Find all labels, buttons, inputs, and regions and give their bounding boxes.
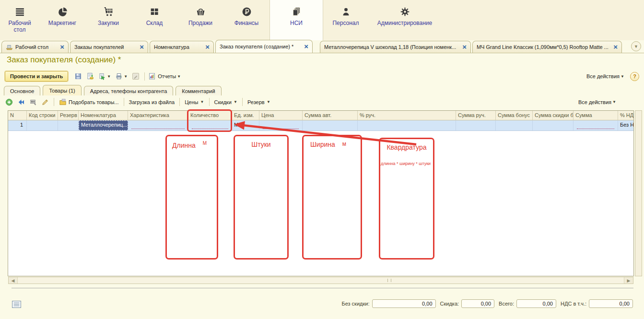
- window-tab-nomenclature[interactable]: Номенклатура×: [150, 41, 214, 53]
- prices-button[interactable]: Цены ▼: [185, 99, 204, 105]
- barcode-scanner-icon[interactable]: [29, 98, 37, 106]
- cell-line-code[interactable]: [27, 120, 58, 130]
- tab-close-icon[interactable]: ×: [205, 44, 210, 50]
- tab-overflow-icon[interactable]: ▼: [631, 41, 641, 51]
- cell-sum-manual[interactable]: [456, 120, 496, 130]
- window-tab-item-card-2[interactable]: МЧ Grand Line Классик (1,090мм*0,5) Roof…: [472, 41, 622, 53]
- column-header-11[interactable]: Сумма руч.: [456, 111, 496, 120]
- annotation-box-4: Квардратурадлинна * ширину * штуки: [379, 138, 434, 260]
- cell-quantity[interactable]: [188, 120, 232, 130]
- scroll-right-icon[interactable]: ▶: [624, 277, 633, 284]
- cell-price[interactable]: [259, 120, 303, 130]
- cell-sum-bonus[interactable]: [496, 120, 533, 130]
- post-document-icon[interactable]: [86, 72, 94, 81]
- column-header-10[interactable]: % руч.: [358, 111, 456, 120]
- tab-close-icon[interactable]: ×: [304, 44, 308, 49]
- copy-icon[interactable]: [98, 72, 106, 81]
- nav-section-nsi[interactable]: НСИ: [269, 0, 323, 40]
- nav-section-finance[interactable]: Финансы: [223, 0, 269, 40]
- column-header-12[interactable]: Сумма бонус: [496, 111, 533, 120]
- add-row-icon[interactable]: [5, 98, 13, 106]
- column-header-15[interactable]: % НДС: [618, 111, 634, 120]
- all-actions-button[interactable]: Все действия: [586, 73, 620, 79]
- form-tab-main[interactable]: Основное: [4, 86, 40, 95]
- scroll-left-icon[interactable]: ◀: [9, 277, 17, 284]
- column-header-8[interactable]: Цена: [259, 111, 303, 120]
- table-all-actions-button[interactable]: Все действия: [578, 99, 611, 105]
- column-header-13[interactable]: Сумма скидки б...: [533, 111, 574, 120]
- tab-close-icon[interactable]: ×: [462, 44, 467, 50]
- cell-sum-discount[interactable]: [533, 120, 574, 130]
- nav-section-desktop[interactable]: Рабочий стол: [0, 0, 39, 40]
- nav-section-label: Финансы: [234, 20, 258, 26]
- form-tab-addresses[interactable]: Адреса, телефоны контрагента: [84, 86, 174, 95]
- cell-unit[interactable]: М: [232, 120, 259, 130]
- copy-dropdown-icon[interactable]: ▼: [107, 74, 111, 79]
- column-header-2[interactable]: Код строки: [27, 111, 58, 120]
- menu-icon: [14, 5, 25, 18]
- nav-section-sales[interactable]: Продажи: [177, 0, 223, 40]
- cell-vat[interactable]: Без Н.: [618, 120, 634, 130]
- total-value-field: 0,00: [461, 299, 494, 308]
- reports-button[interactable]: Отчеты: [158, 73, 176, 79]
- annotation-label: ДлиннаМ: [167, 141, 217, 149]
- folder-icon: [59, 98, 67, 106]
- horizontal-scrollbar-track[interactable]: [17, 277, 624, 284]
- annotation-unit: м: [342, 141, 346, 147]
- vertical-scrollbar[interactable]: [635, 110, 642, 276]
- empty-editable-field: [577, 122, 614, 129]
- table-row[interactable]: 1Металлочерепиц...МБез Н.: [8, 120, 633, 131]
- nav-section-personnel[interactable]: Персонал: [323, 0, 368, 40]
- pick-goods-button[interactable]: Подобрать товары...: [59, 98, 119, 106]
- table-all-actions-dropdown-icon[interactable]: ▼: [612, 100, 616, 104]
- window-tab-customer-orders[interactable]: Заказы покупателей×: [70, 41, 148, 53]
- cell-nomenclature[interactable]: Металлочерепиц...: [79, 120, 128, 130]
- annotation-formula: длинна * ширину * штуки: [381, 161, 431, 166]
- all-actions-dropdown-icon[interactable]: ▼: [621, 74, 624, 79]
- column-header-3[interactable]: Резерв: [58, 111, 79, 120]
- reports-icon[interactable]: [148, 72, 156, 81]
- tab-close-icon[interactable]: ×: [60, 44, 64, 50]
- tab-close-icon[interactable]: ×: [613, 44, 618, 50]
- column-header-7[interactable]: Ед. изм.: [232, 111, 259, 120]
- discounts-button[interactable]: Скидки ▼: [214, 99, 237, 105]
- cell-reserve[interactable]: [58, 120, 79, 130]
- cell-n[interactable]: 1: [8, 120, 27, 130]
- window-tab-item-card-1[interactable]: Металлочерепица V шоколад 1,18 (Позиция …: [320, 41, 471, 53]
- column-header-5[interactable]: Характеристика: [128, 111, 188, 120]
- post-and-close-button[interactable]: Провести и закрыть: [5, 71, 68, 82]
- nav-section-purchases[interactable]: Закупки: [85, 0, 131, 40]
- service-messages-icon[interactable]: [12, 301, 21, 308]
- cell-pct-manual[interactable]: [358, 120, 456, 130]
- cell-sum-auto[interactable]: [303, 120, 358, 130]
- column-header-14[interactable]: Сумма: [574, 111, 618, 120]
- column-header-6[interactable]: Количество: [188, 111, 232, 120]
- column-header-1[interactable]: N: [8, 111, 27, 120]
- help-button[interactable]: ?: [630, 72, 639, 81]
- window-tab-desktop[interactable]: Рабочий стол×: [1, 41, 69, 53]
- cell-sum[interactable]: [574, 120, 618, 130]
- column-header-9[interactable]: Сумма авт.: [303, 111, 358, 120]
- nav-section-label: Рабочий стол: [6, 20, 34, 33]
- scrollbar-grip: [387, 279, 391, 282]
- form-tab-goods[interactable]: Товары (1): [43, 85, 81, 95]
- nav-section-administration[interactable]: Администрирование: [368, 0, 441, 40]
- window-tab-customer-order-new[interactable]: Заказ покупателя (создание) *×: [215, 40, 313, 53]
- cell-characteristic[interactable]: [128, 120, 188, 130]
- save-icon[interactable]: [74, 72, 82, 81]
- toolbar-separator: [179, 98, 180, 106]
- column-header-4[interactable]: Номенклатура: [79, 111, 128, 120]
- horizontal-scrollbar[interactable]: ◀ ▶: [8, 277, 633, 284]
- reorder-rows-icon[interactable]: [17, 98, 25, 106]
- tab-close-icon[interactable]: ×: [140, 44, 144, 50]
- window-tab-label: Металлочерепица V шоколад 1,18 (Позиция …: [324, 44, 456, 50]
- reserve-button[interactable]: Резерв ▼: [247, 99, 270, 105]
- print-dropdown-icon[interactable]: ▼: [124, 74, 128, 79]
- form-tab-comment[interactable]: Комментарий: [176, 86, 221, 95]
- nav-section-warehouse[interactable]: Склад: [131, 0, 177, 40]
- print-icon[interactable]: [115, 72, 123, 81]
- load-from-file-button[interactable]: Загрузка из файла: [129, 99, 175, 105]
- edit-row-icon[interactable]: [41, 98, 49, 106]
- reports-dropdown-icon[interactable]: ▼: [177, 74, 181, 79]
- nav-section-marketing[interactable]: Маркетинг: [39, 0, 85, 40]
